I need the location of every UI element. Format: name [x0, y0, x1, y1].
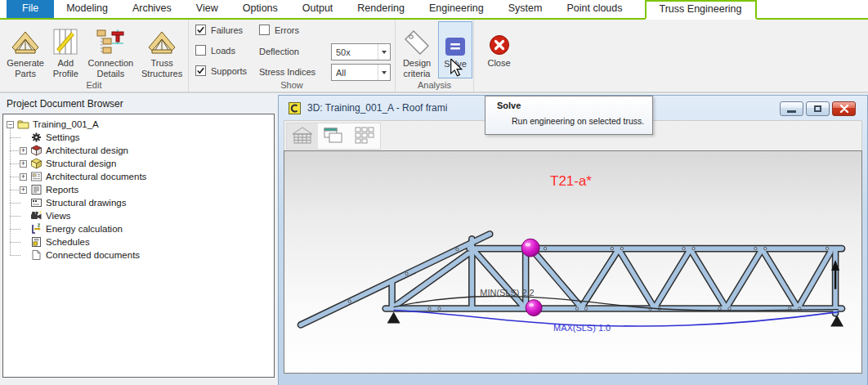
tree-root-training-001-a[interactable]: − Training_001_A	[3, 118, 274, 131]
cascade-windows-icon	[324, 128, 343, 144]
camera-icon	[30, 210, 43, 222]
tooltip-title: Solve	[497, 101, 644, 110]
tile-grid-button[interactable]	[349, 123, 380, 149]
supports-checkbox[interactable]	[195, 65, 206, 76]
stress-indices-dropdown-button[interactable]	[378, 65, 390, 80]
truss-id-label: T21-a*	[550, 173, 592, 189]
tree-item-label: Energy calculation	[46, 224, 123, 234]
close-window-button[interactable]	[832, 101, 856, 116]
tree-item-label: Structural drawings	[46, 198, 126, 208]
cascade-windows-button[interactable]	[318, 123, 349, 149]
expand-box[interactable]: +	[20, 186, 27, 194]
structural-drawing-icon	[30, 197, 43, 208]
design-criteria-label: Design criteria	[397, 58, 436, 78]
ribbon-group-close: Close	[473, 20, 524, 92]
failures-label: Failures	[211, 25, 243, 35]
close-button[interactable]: Close	[480, 21, 519, 92]
expand-box[interactable]: +	[20, 173, 27, 181]
menu-file[interactable]: File	[7, 0, 54, 18]
tree-item-schedules[interactable]: Schedules	[3, 235, 274, 248]
drawing-canvas[interactable]: T21-a* MIN(SLS) 2.2 MAX(SLS) 1.0	[284, 150, 862, 374]
tree-item-connected-documents[interactable]: Connected documents	[3, 248, 274, 262]
truss-structures-label: Truss Structures	[137, 58, 186, 78]
vertex-app-icon	[289, 102, 301, 114]
add-profile-label: Add Profile	[47, 58, 83, 78]
errors-label: Errors	[275, 25, 299, 35]
menu-archives[interactable]: Archives	[120, 0, 184, 18]
menu-output[interactable]: Output	[290, 0, 346, 18]
truss-drawing[interactable]: T21-a* MIN(SLS) 2.2 MAX(SLS) 1.0	[284, 151, 861, 373]
tree-item-label: Settings	[46, 132, 80, 142]
gear-icon	[30, 132, 43, 143]
tree-item-energy-calculation[interactable]: Energy calculation	[3, 222, 274, 235]
viewport-window: 3D: Training_001_A - Roof frami	[278, 95, 868, 385]
expand-box[interactable]: +	[20, 160, 27, 168]
minimize-button[interactable]	[780, 101, 803, 116]
application-window: File Modeling Archives View Options Outp…	[0, 0, 868, 385]
tree-item-architectural-design[interactable]: + Architectural design	[3, 144, 274, 157]
errors-checkbox[interactable]	[259, 25, 270, 35]
deflection-dropdown-button[interactable]	[378, 44, 390, 60]
tree-item-label: Schedules	[46, 237, 90, 247]
minimize-icon	[787, 110, 796, 113]
menu-engineering[interactable]: Engineering	[417, 0, 496, 18]
model-view-button[interactable]	[287, 123, 318, 149]
menu-system[interactable]: System	[496, 0, 555, 18]
checkbox-supports[interactable]: Supports	[195, 65, 247, 76]
supports-label: Supports	[211, 66, 247, 76]
tooltip-text: Run engineering on selected truss.	[512, 116, 644, 126]
tree-item-settings[interactable]: Settings	[3, 131, 274, 144]
menu-modeling[interactable]: Modeling	[54, 0, 120, 18]
chevron-down-icon	[382, 71, 387, 74]
deflection-label: Deflection	[259, 47, 299, 56]
menu-rendering[interactable]: Rendering	[345, 0, 417, 18]
tree-item-label: Architectural documents	[46, 172, 146, 181]
stress-indices-value: All	[332, 68, 378, 78]
tree-root-label: Training_001_A	[33, 119, 99, 129]
tree-item-structural-drawings[interactable]: Structural drawings	[3, 196, 274, 209]
close-label: Close	[487, 58, 510, 69]
checkbox-loads[interactable]: Loads	[195, 45, 235, 56]
tree-item-label: Structural design	[46, 159, 116, 168]
tab-truss-engineering[interactable]: Truss Engineering	[645, 0, 757, 20]
show-group-label: Show	[189, 80, 395, 90]
document-icon	[30, 249, 43, 261]
failures-checkbox[interactable]	[195, 25, 206, 35]
tree-item-architectural-documents[interactable]: + Architectural documents	[3, 170, 274, 183]
truss-gable-icon	[147, 21, 177, 56]
min-sls-annotation: MIN(SLS) 2.2	[480, 288, 534, 298]
ribbon-group-analysis: Design criteria Solve Analysis	[395, 20, 473, 92]
document-tree[interactable]: − Training_001_A Settings +	[2, 114, 275, 378]
restore-button[interactable]	[806, 101, 830, 116]
window-controls	[777, 101, 856, 116]
tree-item-views[interactable]: Views	[3, 209, 274, 222]
loads-checkbox[interactable]	[195, 45, 206, 56]
checkbox-failures[interactable]: Failures	[195, 25, 243, 35]
view-tool-group	[286, 123, 381, 150]
chevron-down-icon	[382, 51, 387, 54]
tree-item-label: Connected documents	[46, 250, 140, 260]
menu-options[interactable]: Options	[230, 0, 290, 18]
loads-label: Loads	[211, 46, 235, 56]
checkbox-errors[interactable]: Errors	[259, 25, 299, 35]
collapse-box[interactable]: −	[7, 121, 14, 128]
profile-icon	[53, 21, 78, 56]
mouse-cursor	[448, 59, 464, 80]
deflection-dropdown[interactable]: 50x	[331, 43, 391, 60]
tree-item-structural-design[interactable]: + Structural design	[3, 157, 274, 170]
tree-item-reports[interactable]: + Reports	[3, 183, 274, 196]
close-x-icon	[839, 105, 849, 113]
max-sls-annotation: MAX(SLS) 1.0	[553, 323, 611, 333]
stress-indices-dropdown[interactable]: All	[331, 64, 391, 81]
tree-item-label: Views	[46, 211, 70, 221]
menu-view[interactable]: View	[184, 0, 230, 18]
connection-icon	[96, 21, 125, 56]
folder-icon	[17, 119, 29, 130]
expand-box[interactable]: +	[20, 147, 27, 154]
design-criteria-button[interactable]: Design criteria	[397, 21, 436, 78]
drawing-sheet-icon	[30, 171, 43, 182]
workspace: Project Document Browser − Training_001_…	[0, 92, 868, 385]
viewport-title: 3D: Training_001_A - Roof frami	[307, 102, 447, 114]
menu-point-clouds[interactable]: Point clouds	[554, 0, 634, 18]
tree-item-label: Reports	[46, 185, 78, 195]
